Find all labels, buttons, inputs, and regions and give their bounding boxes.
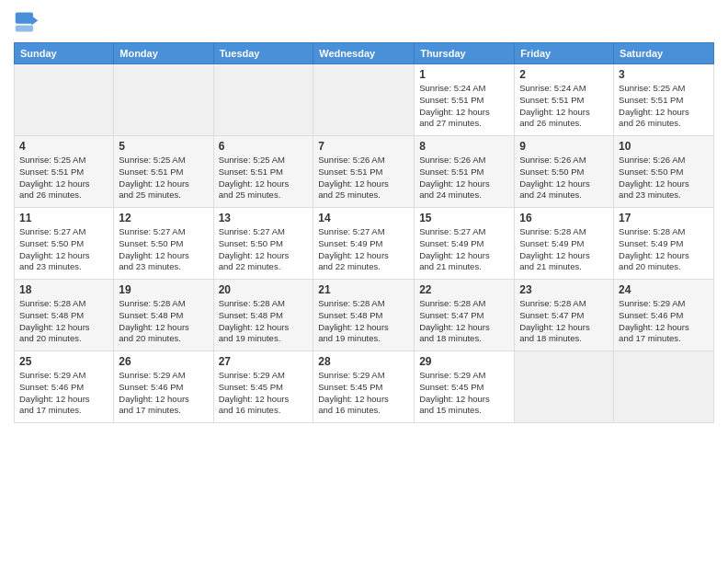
- calendar-cell: 21Sunrise: 5:28 AM Sunset: 5:48 PM Dayli…: [313, 280, 415, 351]
- day-info: Sunrise: 5:26 AM Sunset: 5:50 PM Dayligh…: [519, 155, 609, 201]
- day-number: 18: [19, 283, 108, 296]
- calendar-cell: 13Sunrise: 5:27 AM Sunset: 5:50 PM Dayli…: [213, 208, 313, 280]
- week-row-4: 25Sunrise: 5:29 AM Sunset: 5:46 PM Dayli…: [15, 351, 714, 423]
- svg-rect-0: [16, 13, 33, 24]
- weekday-header-tuesday: Tuesday: [213, 43, 313, 64]
- day-info: Sunrise: 5:29 AM Sunset: 5:46 PM Dayligh…: [119, 370, 208, 417]
- calendar-cell: 5Sunrise: 5:25 AM Sunset: 5:51 PM Daylig…: [114, 136, 213, 208]
- calendar-cell: 23Sunrise: 5:28 AM Sunset: 5:47 PM Dayli…: [515, 280, 614, 351]
- calendar-cell: 8Sunrise: 5:26 AM Sunset: 5:51 PM Daylig…: [415, 136, 515, 208]
- svg-marker-1: [31, 16, 38, 26]
- week-row-2: 11Sunrise: 5:27 AM Sunset: 5:50 PM Dayli…: [15, 208, 714, 280]
- calendar-cell: 24Sunrise: 5:29 AM Sunset: 5:46 PM Dayli…: [614, 280, 714, 351]
- day-info: Sunrise: 5:28 AM Sunset: 5:48 PM Dayligh…: [19, 298, 108, 345]
- calendar-cell: 18Sunrise: 5:28 AM Sunset: 5:48 PM Dayli…: [15, 280, 114, 351]
- day-info: Sunrise: 5:25 AM Sunset: 5:51 PM Dayligh…: [219, 155, 309, 201]
- logo-icon: [14, 9, 40, 35]
- calendar-cell: 11Sunrise: 5:27 AM Sunset: 5:50 PM Dayli…: [15, 208, 114, 280]
- day-number: 9: [519, 140, 609, 153]
- day-number: 10: [619, 140, 709, 153]
- day-number: 23: [519, 283, 609, 296]
- day-number: 25: [19, 355, 108, 368]
- calendar-cell: 14Sunrise: 5:27 AM Sunset: 5:49 PM Dayli…: [313, 208, 415, 280]
- calendar-cell: 28Sunrise: 5:29 AM Sunset: 5:45 PM Dayli…: [313, 351, 415, 423]
- day-info: Sunrise: 5:24 AM Sunset: 5:51 PM Dayligh…: [419, 83, 509, 130]
- day-info: Sunrise: 5:27 AM Sunset: 5:50 PM Dayligh…: [219, 226, 309, 273]
- day-info: Sunrise: 5:28 AM Sunset: 5:48 PM Dayligh…: [318, 298, 409, 345]
- day-number: 3: [619, 68, 709, 81]
- weekday-header-saturday: Saturday: [614, 43, 714, 64]
- calendar-cell: 20Sunrise: 5:28 AM Sunset: 5:48 PM Dayli…: [213, 280, 313, 351]
- day-info: Sunrise: 5:27 AM Sunset: 5:50 PM Dayligh…: [119, 226, 208, 273]
- page-container: SundayMondayTuesdayWednesdayThursdayFrid…: [0, 0, 728, 432]
- day-info: Sunrise: 5:25 AM Sunset: 5:51 PM Dayligh…: [119, 155, 208, 201]
- day-info: Sunrise: 5:25 AM Sunset: 5:51 PM Dayligh…: [619, 83, 709, 130]
- calendar-cell: 17Sunrise: 5:28 AM Sunset: 5:49 PM Dayli…: [614, 208, 714, 280]
- weekday-header-thursday: Thursday: [415, 43, 515, 64]
- day-info: Sunrise: 5:28 AM Sunset: 5:48 PM Dayligh…: [119, 298, 208, 345]
- day-info: Sunrise: 5:28 AM Sunset: 5:49 PM Dayligh…: [619, 226, 709, 273]
- day-number: 14: [318, 212, 409, 224]
- day-number: 27: [219, 355, 309, 368]
- day-info: Sunrise: 5:27 AM Sunset: 5:49 PM Dayligh…: [318, 226, 409, 273]
- calendar-cell: 7Sunrise: 5:26 AM Sunset: 5:51 PM Daylig…: [313, 136, 415, 208]
- day-number: 1: [419, 68, 509, 81]
- day-info: Sunrise: 5:27 AM Sunset: 5:49 PM Dayligh…: [419, 226, 509, 273]
- header: [14, 9, 714, 35]
- calendar-cell: [213, 64, 313, 136]
- day-number: 29: [419, 355, 509, 368]
- day-number: 17: [619, 212, 709, 224]
- day-info: Sunrise: 5:26 AM Sunset: 5:51 PM Dayligh…: [419, 155, 509, 201]
- day-number: 19: [119, 283, 208, 296]
- day-info: Sunrise: 5:29 AM Sunset: 5:45 PM Dayligh…: [219, 370, 309, 417]
- day-info: Sunrise: 5:24 AM Sunset: 5:51 PM Dayligh…: [519, 83, 609, 130]
- day-number: 15: [419, 212, 509, 224]
- day-info: Sunrise: 5:26 AM Sunset: 5:50 PM Dayligh…: [619, 155, 709, 201]
- calendar-table: SundayMondayTuesdayWednesdayThursdayFrid…: [14, 42, 714, 423]
- calendar-cell: 15Sunrise: 5:27 AM Sunset: 5:49 PM Dayli…: [415, 208, 515, 280]
- svg-rect-2: [16, 26, 33, 32]
- day-number: 13: [219, 212, 309, 224]
- day-info: Sunrise: 5:29 AM Sunset: 5:46 PM Dayligh…: [19, 370, 108, 417]
- day-number: 7: [318, 140, 409, 153]
- weekday-header-monday: Monday: [114, 43, 213, 64]
- calendar-cell: 26Sunrise: 5:29 AM Sunset: 5:46 PM Dayli…: [114, 351, 213, 423]
- day-number: 16: [519, 212, 609, 224]
- week-row-0: 1Sunrise: 5:24 AM Sunset: 5:51 PM Daylig…: [15, 64, 714, 136]
- day-number: 4: [19, 140, 108, 153]
- day-info: Sunrise: 5:26 AM Sunset: 5:51 PM Dayligh…: [318, 155, 409, 201]
- calendar-cell: 6Sunrise: 5:25 AM Sunset: 5:51 PM Daylig…: [213, 136, 313, 208]
- calendar-cell: [114, 64, 213, 136]
- calendar-cell: [313, 64, 415, 136]
- day-info: Sunrise: 5:27 AM Sunset: 5:50 PM Dayligh…: [19, 226, 108, 273]
- day-info: Sunrise: 5:28 AM Sunset: 5:49 PM Dayligh…: [519, 226, 609, 273]
- day-info: Sunrise: 5:28 AM Sunset: 5:48 PM Dayligh…: [219, 298, 309, 345]
- day-number: 20: [219, 283, 309, 296]
- calendar-cell: [515, 351, 614, 423]
- day-number: 22: [419, 283, 509, 296]
- calendar-cell: [614, 351, 714, 423]
- calendar-cell: 12Sunrise: 5:27 AM Sunset: 5:50 PM Dayli…: [114, 208, 213, 280]
- day-info: Sunrise: 5:29 AM Sunset: 5:45 PM Dayligh…: [318, 370, 409, 417]
- day-number: 12: [119, 212, 208, 224]
- calendar-cell: 27Sunrise: 5:29 AM Sunset: 5:45 PM Dayli…: [213, 351, 313, 423]
- week-row-1: 4Sunrise: 5:25 AM Sunset: 5:51 PM Daylig…: [15, 136, 714, 208]
- day-number: 2: [519, 68, 609, 81]
- weekday-header-row: SundayMondayTuesdayWednesdayThursdayFrid…: [15, 43, 714, 64]
- calendar-cell: 9Sunrise: 5:26 AM Sunset: 5:50 PM Daylig…: [515, 136, 614, 208]
- day-number: 26: [119, 355, 208, 368]
- day-info: Sunrise: 5:29 AM Sunset: 5:45 PM Dayligh…: [419, 370, 509, 417]
- calendar-cell: 29Sunrise: 5:29 AM Sunset: 5:45 PM Dayli…: [415, 351, 515, 423]
- day-info: Sunrise: 5:28 AM Sunset: 5:47 PM Dayligh…: [419, 298, 509, 345]
- day-number: 11: [19, 212, 108, 224]
- calendar-cell: 3Sunrise: 5:25 AM Sunset: 5:51 PM Daylig…: [614, 64, 714, 136]
- calendar-cell: 4Sunrise: 5:25 AM Sunset: 5:51 PM Daylig…: [15, 136, 114, 208]
- day-number: 21: [318, 283, 409, 296]
- calendar-cell: 22Sunrise: 5:28 AM Sunset: 5:47 PM Dayli…: [415, 280, 515, 351]
- weekday-header-sunday: Sunday: [15, 43, 114, 64]
- week-row-3: 18Sunrise: 5:28 AM Sunset: 5:48 PM Dayli…: [15, 280, 714, 351]
- calendar-cell: 16Sunrise: 5:28 AM Sunset: 5:49 PM Dayli…: [515, 208, 614, 280]
- day-info: Sunrise: 5:29 AM Sunset: 5:46 PM Dayligh…: [619, 298, 709, 345]
- calendar-cell: 1Sunrise: 5:24 AM Sunset: 5:51 PM Daylig…: [415, 64, 515, 136]
- weekday-header-wednesday: Wednesday: [313, 43, 415, 64]
